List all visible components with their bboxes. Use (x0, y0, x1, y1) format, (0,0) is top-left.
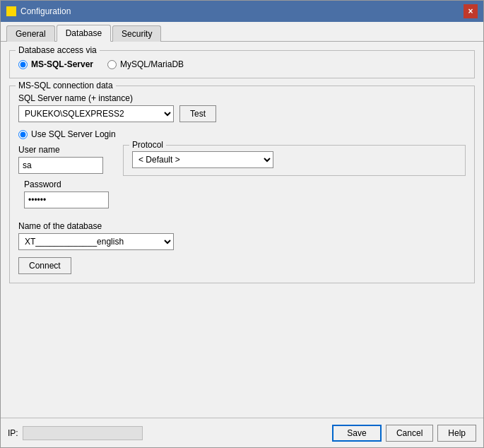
sql-name-field-group: SQL Server name (+ instance) PUKEKO\SQLE… (18, 93, 466, 122)
password-field-group: Password (24, 179, 109, 208)
protocol-area: Protocol < Default > TCP/IP Named Pipes … (123, 145, 466, 176)
ms-sql-radio-item[interactable]: MS-SQL-Server (18, 59, 93, 69)
ms-sql-section: MS-SQL connection data SQL Server name (… (9, 86, 475, 283)
bottom-bar: IP: Save Cancel Help (1, 418, 483, 447)
db-name-label: Name of the database (18, 221, 466, 231)
mysql-radio-item[interactable]: MySQL/MariaDB (107, 59, 184, 69)
help-button[interactable]: Help (437, 425, 476, 442)
ms-sql-section-label: MS-SQL connection data (16, 81, 116, 90)
ip-value (23, 426, 143, 440)
use-sql-login-radio[interactable] (18, 130, 28, 139)
username-label: User name (18, 145, 109, 155)
save-button[interactable]: Save (332, 425, 382, 442)
sql-name-label: SQL Server name (+ instance) (18, 93, 466, 103)
connect-button[interactable]: Connect (18, 257, 71, 274)
ms-sql-label: MS-SQL-Server (31, 59, 93, 69)
cancel-button[interactable]: Cancel (386, 425, 433, 442)
tab-security[interactable]: Security (112, 25, 161, 42)
tab-content: Database access via MS-SQL-Server MySQL/… (1, 42, 483, 418)
app-icon (6, 6, 16, 16)
tab-database[interactable]: Database (57, 25, 111, 42)
db-name-field-group: Name of the database XT_____________engl… (18, 221, 466, 250)
mysql-radio[interactable] (107, 60, 117, 69)
protocol-box: Protocol < Default > TCP/IP Named Pipes … (123, 145, 466, 176)
tab-bar: General Database Security (1, 22, 483, 42)
tab-general[interactable]: General (6, 25, 55, 42)
credentials-col: User name Password (18, 145, 109, 214)
db-name-dropdown[interactable]: XT_____________english (18, 233, 174, 250)
db-access-radio-group: MS-SQL-Server MySQL/MariaDB (18, 57, 466, 69)
protocol-label: Protocol (129, 140, 166, 150)
username-field-group: User name (18, 145, 109, 174)
password-input[interactable] (24, 191, 109, 208)
credentials-protocol-row: User name Password Protocol < Default > (18, 145, 466, 214)
configuration-window: Configuration × General Database Securit… (0, 0, 484, 448)
password-label: Password (24, 179, 109, 189)
bottom-buttons: Save Cancel Help (332, 425, 476, 442)
test-button[interactable]: Test (179, 105, 216, 122)
use-sql-login-label: Use SQL Server Login (31, 129, 116, 139)
sql-name-dropdown[interactable]: PUKEKO\SQLEXPRESS2 (18, 105, 174, 122)
username-input[interactable] (18, 157, 103, 174)
title-bar-left: Configuration (6, 6, 71, 16)
mysql-label: MySQL/MariaDB (120, 59, 184, 69)
close-button[interactable]: × (464, 4, 478, 18)
ip-section: IP: (8, 426, 143, 440)
protocol-dropdown[interactable]: < Default > TCP/IP Named Pipes Shared Me… (132, 151, 273, 168)
sql-name-row: PUKEKO\SQLEXPRESS2 Test (18, 105, 466, 122)
use-sql-login-row: Use SQL Server Login (18, 129, 466, 139)
ms-sql-radio[interactable] (18, 60, 28, 69)
title-bar: Configuration × (1, 1, 483, 22)
window-title: Configuration (20, 6, 71, 16)
database-access-label: Database access via (16, 45, 100, 55)
ip-label-text: IP: (8, 428, 18, 438)
database-access-section: Database access via MS-SQL-Server MySQL/… (9, 50, 475, 78)
